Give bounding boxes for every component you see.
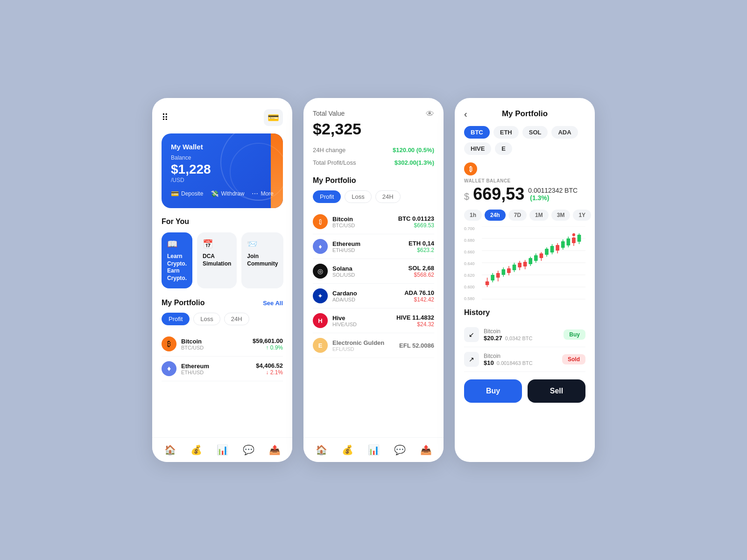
community-icon: 📨: [247, 239, 257, 249]
wallet-icon-btn[interactable]: 💳: [264, 109, 283, 126]
for-you-cards: 📖 Learn Crypto. Earn Crypto. 📅 DCA Simul…: [162, 232, 283, 288]
history-badge-sold: Sold: [562, 354, 585, 364]
s2-hide-btn[interactable]: 👁: [426, 109, 434, 119]
portfolio-header-1: My Portfolio See All: [162, 299, 283, 307]
coin-tab-hive[interactable]: HIVE: [464, 142, 491, 155]
dca-label: DCA Simulation: [203, 253, 231, 267]
s2-pnl-val: $302.00(1.3%): [395, 159, 434, 166]
s2-hive-row[interactable]: H Hive HIVE/USD HIVE 11.4832 $24.32: [313, 308, 434, 333]
s2-eth-row[interactable]: ♦ Ethereum ETH/USD ETH 0,14 $623.2: [313, 234, 434, 259]
nav-send-1[interactable]: 📤: [269, 444, 281, 455]
filter-profit-1[interactable]: Profit: [162, 313, 190, 325]
deposit-label: Deposite: [181, 190, 203, 197]
nav-home-1[interactable]: 🏠: [164, 444, 176, 455]
coin-tab-eth[interactable]: ETH: [493, 126, 519, 139]
coin-tab-e[interactable]: E: [495, 142, 512, 155]
withdraw-btn[interactable]: 💸 Withdraw: [211, 190, 244, 197]
svg-point-41: [572, 233, 576, 237]
wallet-card: My Wallet Balance $1,228 /USD 💳 Deposite…: [162, 133, 283, 208]
time-7d[interactable]: 7D: [508, 210, 527, 221]
s2-hive-amt: HIVE 11.4832: [396, 314, 434, 321]
history-row-2[interactable]: ↗ Bitcoin $10 0.0018463 BTC Sold: [464, 347, 585, 372]
nav-wallet-2[interactable]: 💰: [342, 444, 353, 455]
wb-change: (1.3%): [530, 194, 578, 202]
sell-button[interactable]: Sell: [528, 379, 585, 403]
s2-pnl-label: Total Profit/Loss: [313, 159, 356, 166]
s2-sol-logo: ◎: [313, 264, 328, 279]
more-btn[interactable]: ⋯ More: [252, 190, 273, 197]
history-section: History ↙ Bitcoin $20.27 0,0342 BTC Buy …: [464, 308, 585, 372]
nav-chart-1[interactable]: 📊: [217, 444, 228, 455]
history-row-1[interactable]: ↙ Bitcoin $20.27 0,0342 BTC Buy: [464, 322, 585, 347]
see-all-btn[interactable]: See All: [263, 300, 283, 307]
coin-tab-ada[interactable]: ADA: [551, 126, 578, 139]
s2-btc-row[interactable]: ₿ Bitcoin BTC/USD BTC 0.01123 $669.53: [313, 210, 434, 234]
screen-2: Total Value 👁 $2,325 24H change $120.00 …: [303, 98, 444, 462]
nav-chat-1[interactable]: 💬: [243, 444, 254, 455]
time-24h[interactable]: 24h: [485, 210, 506, 221]
buy-button[interactable]: Buy: [464, 379, 522, 403]
menu-icon[interactable]: ⠿: [162, 112, 169, 123]
time-3m[interactable]: 3M: [551, 210, 571, 221]
wb-dollar: $: [464, 191, 469, 202]
filter-loss-2[interactable]: Loss: [345, 190, 371, 203]
y-label-3: 0.660: [464, 250, 481, 254]
time-tabs: 1h 24h 7D 1M 3M 1Y: [464, 210, 585, 221]
dca-card[interactable]: 📅 DCA Simulation: [197, 232, 237, 288]
nav-chart-2[interactable]: 📊: [368, 444, 380, 455]
eth-logo-1: ♦: [162, 361, 176, 376]
chart-area: 0.700 0.680 0.660 0.640 0.620 0.600 0.58…: [464, 226, 585, 301]
s2-ada-pair: ADA/USD: [332, 297, 404, 302]
crypto-row-eth-1[interactable]: ♦ Ethereum ETH/USD $4,406.52 ↓ 2.1%: [162, 357, 283, 381]
learn-crypto-card[interactable]: 📖 Learn Crypto. Earn Crypto.: [162, 232, 192, 288]
time-1y[interactable]: 1Y: [573, 210, 591, 221]
nav-wallet-1[interactable]: 💰: [190, 444, 202, 455]
svg-rect-40: [572, 238, 576, 243]
history-qty-2: 0.0018463 BTC: [497, 360, 533, 366]
eth-pair-1: ETH/USD: [181, 370, 256, 375]
svg-rect-38: [566, 238, 570, 245]
deposit-btn[interactable]: 💳 Deposite: [171, 190, 203, 197]
svg-rect-30: [545, 249, 549, 255]
s2-elc-amt: EFL 52.0086: [399, 342, 434, 349]
filter-tabs-1: Profit Loss 24H: [162, 313, 283, 325]
s2-btc-logo: ₿: [313, 214, 328, 229]
nav-home-2[interactable]: 🏠: [316, 444, 327, 455]
filter-24h-1[interactable]: 24H: [224, 313, 249, 325]
s2-hive-logo: H: [313, 313, 328, 328]
time-1m[interactable]: 1M: [529, 210, 549, 221]
s2-eth-pair: ETH/USD: [332, 247, 409, 253]
withdraw-label: Withdraw: [221, 190, 244, 197]
filter-loss-1[interactable]: Loss: [193, 313, 220, 325]
candlestick-chart: [482, 226, 585, 301]
time-1h[interactable]: 1h: [464, 210, 482, 221]
s2-sol-pair: SOL/USD: [332, 272, 409, 278]
learn-label: Learn Crypto. Earn Crypto.: [167, 253, 187, 282]
coin-tab-sol[interactable]: SOL: [522, 126, 548, 139]
portfolio-title-2: My Portfolio: [313, 176, 356, 185]
s2-sol-row[interactable]: ◎ Solana SOL/USD SOL 2,68 $568.62: [313, 259, 434, 284]
community-card[interactable]: 📨 Join Community: [241, 232, 283, 288]
nav-chat-2[interactable]: 💬: [394, 444, 406, 455]
s2-sol-price: SOL 2,68 $568.62: [409, 265, 434, 278]
nav-send-2[interactable]: 📤: [420, 444, 432, 455]
crypto-list-2: ₿ Bitcoin BTC/USD BTC 0.01123 $669.53 ♦ …: [313, 210, 434, 358]
back-btn[interactable]: ‹: [464, 109, 467, 119]
bottom-nav-1: 🏠 💰 📊 💬 📤: [152, 437, 292, 462]
filter-profit-2[interactable]: Profit: [313, 190, 341, 203]
filter-tabs-2: Profit Loss 24H: [313, 190, 434, 203]
s2-ada-row[interactable]: ✦ Cardano ADA/USD ADA 76.10 $142.42: [313, 284, 434, 308]
coin-tab-btc[interactable]: BTC: [464, 126, 490, 139]
wallet-balance-section: ₿ WALLET BALANCE $ 669,53 0.00112342 BTC…: [464, 162, 585, 204]
crypto-row-btc-1[interactable]: ₿ Bitcoin BTC/USD $59,601.00 ↑ 0.9%: [162, 332, 283, 357]
svg-rect-36: [561, 241, 565, 248]
s2-ada-amt: ADA 76.10: [404, 289, 434, 296]
screen-1: ⠿ 💳 My Wallet Balance $1,228 /USD 💳 Depo…: [152, 98, 292, 462]
y-label-1: 0.700: [464, 226, 481, 231]
svg-rect-18: [513, 265, 516, 270]
svg-rect-28: [540, 253, 543, 258]
eth-name-1: Ethereum: [181, 363, 256, 370]
filter-24h-2[interactable]: 24H: [375, 190, 401, 203]
s2-elc-row[interactable]: E Electronic Gulden EFL/USD EFL 52.0086: [313, 333, 434, 358]
s2-24h-row: 24H change $120.00 (0.5%): [313, 144, 434, 156]
